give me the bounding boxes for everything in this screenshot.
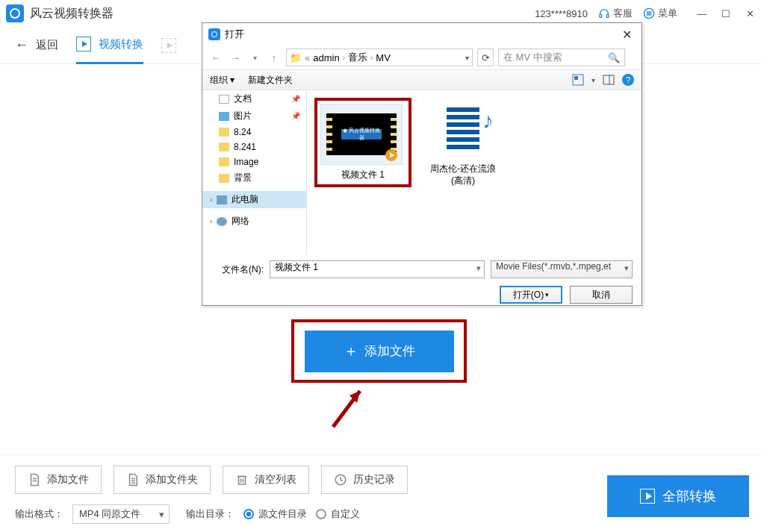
minimize-button[interactable]: —: [697, 8, 707, 19]
add-file-button[interactable]: ＋ 添加文件: [305, 331, 454, 372]
clear-list-button[interactable]: 清空列表: [223, 466, 309, 494]
radio-custom-dir[interactable]: 自定义: [316, 507, 360, 521]
help-button[interactable]: ?: [622, 74, 634, 86]
filename-label: 文件名(N):: [211, 263, 264, 276]
headphone-icon: [598, 7, 610, 19]
clear-list-label: 清空列表: [255, 473, 296, 486]
tab-video-convert[interactable]: 视频转换: [76, 27, 143, 64]
svg-rect-0: [600, 14, 602, 17]
new-folder-button[interactable]: 新建文件夹: [248, 74, 293, 87]
nav-recent-button[interactable]: ▾: [247, 54, 262, 62]
video-thumb-icon: ◉ 风云视频转换器: [320, 104, 403, 165]
tab-label: 视频转换: [99, 37, 143, 51]
clock-icon: [334, 473, 347, 486]
music-thumb-icon: ♪: [422, 98, 504, 159]
next-icon: [161, 38, 176, 53]
support-button[interactable]: 客服: [598, 7, 633, 20]
view-mode-button[interactable]: [572, 74, 584, 86]
out-dir-label: 输出目录：: [186, 507, 234, 521]
convert-all-button[interactable]: 全部转换: [607, 475, 749, 517]
preview-pane-button[interactable]: [603, 74, 615, 86]
file-list: ◉ 风云视频转换器 视频文件 1 ♪ 周杰伦-还在流浪 (高清): [307, 90, 642, 254]
sidebar-item-image[interactable]: Image: [202, 154, 306, 169]
svg-line-21: [341, 480, 343, 481]
nav-back-button[interactable]: ←: [208, 52, 223, 63]
sidebar-item-bg[interactable]: 背景: [202, 169, 306, 187]
app-logo-icon: [6, 4, 24, 22]
maximize-button[interactable]: ☐: [721, 8, 731, 19]
file-item-video2[interactable]: ♪ 周杰伦-还在流浪 (高清): [422, 98, 504, 187]
filter-value: Movie Files(*.rmvb,*.mpeg,et: [496, 261, 611, 272]
search-input[interactable]: 在 MV 中搜索 🔍: [498, 48, 625, 66]
close-button[interactable]: ✕: [745, 8, 755, 19]
play-icon: [640, 489, 655, 504]
refresh-button[interactable]: ⟳: [477, 48, 494, 66]
annotation-arrow-2: [327, 381, 372, 433]
bottom-bar: 添加文件 添加文件夹 清空列表 历史记录 输出格式： MP4 同原文件 输出目录…: [0, 454, 761, 532]
sidebar-item-8-24[interactable]: 8.24: [202, 125, 306, 140]
back-button[interactable]: ← 返回: [15, 27, 58, 64]
crumb-mv[interactable]: MV: [376, 52, 391, 63]
svg-rect-23: [574, 76, 578, 80]
sidebar-item-network[interactable]: ›网络: [202, 213, 306, 230]
file2-caption-l1: 周杰伦-还在流浪: [422, 163, 504, 175]
search-icon: 🔍: [608, 52, 620, 63]
nav-forward-button[interactable]: →: [228, 52, 243, 63]
add-folder-label: 添加文件夹: [146, 473, 198, 486]
crumb-music[interactable]: 音乐: [348, 51, 367, 64]
video-play-icon: [76, 37, 91, 51]
sidebar-item-8-241[interactable]: 8.241: [202, 140, 306, 154]
dialog-title: 打开: [225, 28, 244, 41]
dialog-close-button[interactable]: ✕: [618, 28, 636, 42]
tab-next[interactable]: [161, 27, 176, 64]
filename-value: 视频文件 1: [275, 262, 318, 272]
menu-label: 菜单: [658, 7, 677, 20]
play-overlay-icon: [385, 149, 397, 161]
sidebar-item-pics[interactable]: 图片📌: [202, 107, 306, 125]
dialog-sidebar: 文档📌 图片📌 8.24 8.241 Image 背景 ›此电脑 ›网络: [202, 90, 307, 254]
out-format-value: MP4 同原文件: [79, 507, 140, 521]
svg-rect-1: [606, 14, 609, 17]
file1-caption: 视频文件 1: [320, 169, 406, 181]
organize-button[interactable]: 组织 ▾: [210, 74, 234, 87]
add-folder-button[interactable]: 添加文件夹: [114, 466, 211, 494]
menu-icon: [643, 7, 655, 19]
history-button[interactable]: 历史记录: [321, 466, 408, 494]
dialog-app-icon: [208, 28, 220, 40]
nav-up-button[interactable]: ↑: [267, 52, 282, 63]
back-label: 返回: [36, 38, 58, 52]
out-format-select[interactable]: MP4 同原文件: [72, 504, 170, 524]
radio-source-label: 源文件目录: [258, 507, 307, 521]
add-file-small-button[interactable]: 添加文件: [15, 466, 102, 494]
plus-icon: ＋: [344, 341, 358, 361]
crumb-admin[interactable]: admin: [313, 52, 339, 63]
add-file-small-label: 添加文件: [47, 473, 89, 486]
file-icon: [28, 473, 41, 486]
add-file-label: 添加文件: [364, 342, 415, 360]
sidebar-item-docs[interactable]: 文档📌: [202, 90, 306, 107]
search-placeholder: 在 MV 中搜索: [503, 51, 562, 64]
file-item-video1[interactable]: ◉ 风云视频转换器 视频文件 1: [314, 98, 411, 187]
trash-icon: [235, 473, 249, 486]
menu-button[interactable]: 菜单: [643, 7, 677, 20]
svg-rect-15: [239, 477, 246, 485]
radio-source-dir[interactable]: 源文件目录: [243, 507, 307, 521]
sidebar-item-thispc[interactable]: ›此电脑: [202, 191, 306, 208]
file2-caption-l2: (高清): [422, 175, 504, 187]
history-label: 历史记录: [353, 473, 395, 486]
open-button[interactable]: 打开(O) ▾: [500, 286, 562, 304]
svg-rect-24: [603, 75, 614, 84]
breadcrumb[interactable]: 📁 « admin › 音乐 › MV ▾: [286, 48, 473, 66]
support-label: 客服: [613, 7, 633, 20]
add-file-highlight: ＋ 添加文件: [291, 319, 467, 383]
radio-custom-label: 自定义: [331, 507, 360, 521]
radio-unchecked-icon: [316, 509, 326, 519]
view-dropdown-button[interactable]: ▾: [591, 76, 595, 84]
filename-input[interactable]: 视频文件 1: [270, 260, 485, 278]
file-filter-select[interactable]: Movie Files(*.rmvb,*.mpeg,et: [491, 260, 633, 278]
app-title: 风云视频转换器: [30, 6, 114, 22]
arrow-left-icon: ←: [15, 37, 28, 53]
folder-icon: [126, 473, 140, 486]
convert-all-label: 全部转换: [662, 487, 716, 505]
cancel-button[interactable]: 取消: [570, 286, 633, 304]
